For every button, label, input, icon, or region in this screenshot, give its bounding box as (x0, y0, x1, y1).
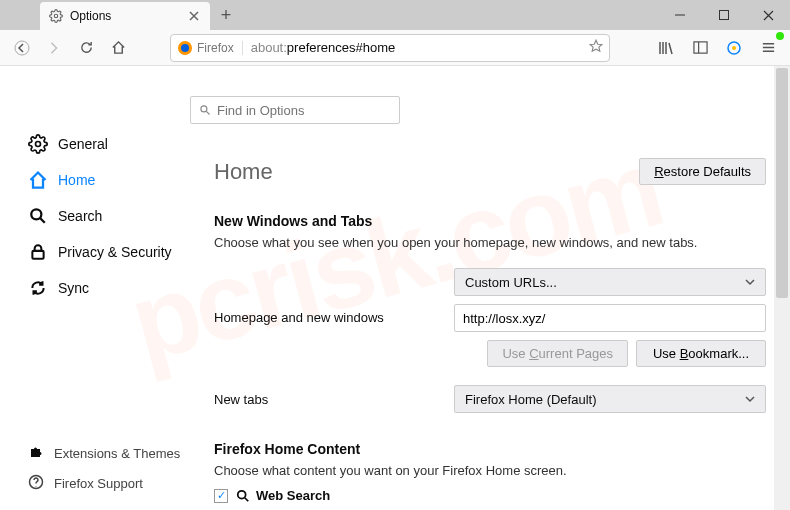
category-sidebar: General Home Search Privacy & Security S… (0, 66, 190, 510)
home-button[interactable] (104, 34, 132, 62)
svg-point-13 (201, 106, 207, 112)
browser-label: Firefox (197, 41, 243, 55)
svg-point-2 (15, 41, 29, 55)
help-icon (28, 474, 44, 493)
chevron-down-icon (745, 275, 755, 290)
firefox-icon (177, 40, 193, 56)
use-current-pages-button: Use Current Pages (487, 340, 628, 367)
use-bookmark-button[interactable]: Use Bookmark... (636, 340, 766, 367)
svg-point-14 (238, 490, 246, 498)
url-text: about:preferences#home (251, 40, 589, 55)
gear-icon (48, 8, 64, 24)
navigation-toolbar: Firefox about:preferences#home (0, 30, 790, 66)
home-icon (28, 170, 48, 190)
svg-rect-11 (32, 251, 43, 259)
gear-icon (28, 134, 48, 154)
lock-icon (28, 242, 48, 262)
firefox-home-content-desc: Choose what content you want on your Fir… (214, 463, 766, 478)
sidebar-item-general[interactable]: General (28, 126, 190, 162)
homepage-url-input[interactable] (454, 304, 766, 332)
content-area: General Home Search Privacy & Security S… (0, 66, 790, 510)
chevron-down-icon (745, 392, 755, 407)
firefox-home-content-heading: Firefox Home Content (214, 441, 766, 457)
sidebar-bottom-label: Firefox Support (54, 476, 143, 491)
tab-title: Options (70, 9, 186, 23)
forward-button (40, 34, 68, 62)
sidebar-item-label: Sync (58, 280, 89, 296)
titlebar: Options + (0, 0, 790, 30)
websearch-checkbox[interactable]: ✓ (214, 489, 228, 503)
restore-defaults-button[interactable]: Restore Defaults (639, 158, 766, 185)
options-search-input[interactable] (217, 103, 391, 118)
menu-button[interactable] (754, 34, 782, 62)
homepage-label: Homepage and new windows (214, 310, 454, 325)
newtabs-label: New tabs (214, 392, 454, 407)
svg-point-4 (181, 44, 189, 52)
maximize-button[interactable] (702, 0, 746, 30)
new-tab-button[interactable]: + (212, 0, 240, 30)
minimize-button[interactable] (658, 0, 702, 30)
search-icon (28, 206, 48, 226)
bookmark-star-icon[interactable] (589, 39, 603, 56)
homepage-select-value: Custom URLs... (465, 275, 557, 290)
newtabs-select[interactable]: Firefox Home (Default) (454, 385, 766, 413)
search-icon (236, 489, 250, 503)
svg-point-10 (31, 209, 41, 219)
library-button[interactable] (652, 34, 680, 62)
options-search (190, 96, 742, 124)
sidebar-item-label: Home (58, 172, 95, 188)
sync-icon (28, 278, 48, 298)
sidebars-button[interactable] (686, 34, 714, 62)
homepage-select[interactable]: Custom URLs... (454, 268, 766, 296)
sidebar-bottom-label: Extensions & Themes (54, 446, 180, 461)
sidebar-item-home[interactable]: Home (28, 162, 190, 198)
url-bar[interactable]: Firefox about:preferences#home (170, 34, 610, 62)
svg-rect-6 (693, 42, 706, 53)
sidebar-item-privacy[interactable]: Privacy & Security (28, 234, 190, 270)
new-windows-tabs-desc: Choose what you see when you open your h… (214, 235, 766, 250)
sidebar-item-sync[interactable]: Sync (28, 270, 190, 306)
newtabs-select-value: Firefox Home (Default) (465, 392, 596, 407)
svg-point-9 (36, 142, 41, 147)
extension-badge-icon[interactable] (720, 34, 748, 62)
svg-point-8 (732, 46, 736, 50)
puzzle-icon (28, 444, 44, 463)
svg-point-0 (54, 14, 58, 18)
browser-tab[interactable]: Options (40, 2, 210, 30)
sidebar-extensions-link[interactable]: Extensions & Themes (28, 438, 190, 468)
close-window-button[interactable] (746, 0, 790, 30)
back-button[interactable] (8, 34, 36, 62)
sidebar-support-link[interactable]: Firefox Support (28, 468, 190, 498)
svg-rect-1 (720, 11, 729, 20)
main-panel: Home Restore Defaults New Windows and Ta… (190, 66, 790, 510)
new-windows-tabs-heading: New Windows and Tabs (214, 213, 766, 229)
reload-button[interactable] (72, 34, 100, 62)
close-icon[interactable] (186, 8, 202, 24)
sidebar-item-label: General (58, 136, 108, 152)
websearch-label: Web Search (236, 488, 330, 503)
sidebar-item-label: Privacy & Security (58, 244, 172, 260)
sidebar-item-search[interactable]: Search (28, 198, 190, 234)
window-controls (658, 0, 790, 30)
options-search-box[interactable] (190, 96, 400, 124)
sidebar-item-label: Search (58, 208, 102, 224)
svg-marker-5 (590, 40, 602, 51)
page-title: Home (214, 159, 273, 185)
